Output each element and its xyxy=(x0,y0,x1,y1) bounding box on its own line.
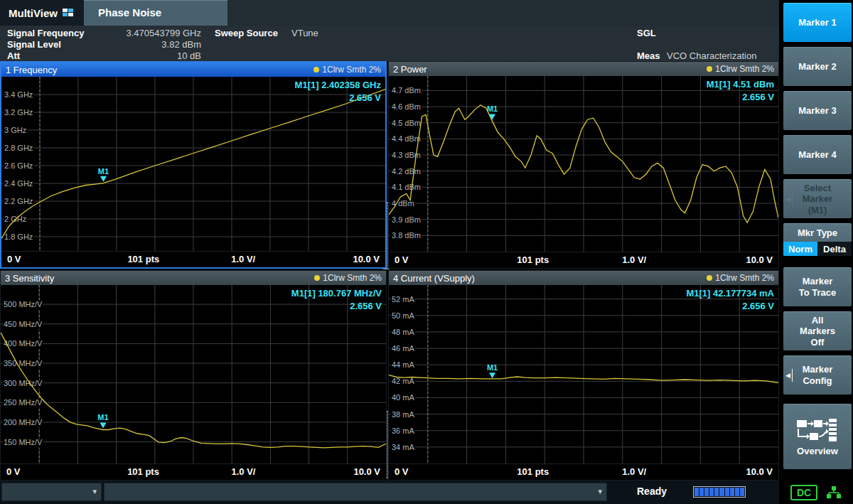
x-axis-start: 0 V xyxy=(395,466,409,477)
x-axis-start: 0 V xyxy=(7,254,21,264)
dc-coupling-indicator[interactable]: DC xyxy=(790,485,817,500)
block-diagram-icon xyxy=(795,417,839,443)
svg-text:36 mA: 36 mA xyxy=(392,427,414,435)
chevron-left-icon: ◀ xyxy=(785,369,793,382)
svg-text:2.8 GHz: 2.8 GHz xyxy=(4,144,33,152)
chart-title: 2 Power xyxy=(393,64,427,75)
measurement-info-bar: Signal Frequency 3.470543799 GHz Signal … xyxy=(0,26,779,61)
softkey-sidebar: Marker 1 Marker 2 Marker 3 Marker 4 ◀ Se… xyxy=(782,0,853,504)
chart-canvas-4-current-vsupply: 52 mA50 mA48 mA46 mA44 mA42 mA40 mA38 mA… xyxy=(389,285,778,463)
svg-text:48 mA: 48 mA xyxy=(392,328,414,336)
x-axis-start: 0 V xyxy=(6,466,21,477)
marker-type-label: Mkr Type xyxy=(783,224,852,242)
chart-title-bar[interactable]: 3 Sensitivity1Clrw Smth 2% xyxy=(1,271,386,285)
svg-text:1.8 GHz: 1.8 GHz xyxy=(4,232,33,241)
marker2-button[interactable]: Marker 2 xyxy=(783,47,852,86)
context-dropdown-main[interactable]: ▾ xyxy=(104,483,607,501)
progress-bar xyxy=(693,486,746,498)
chart-window-2-power[interactable]: 2 Power1Clrw Smth 2%4.7 dBm4.6 dBm4.5 dB… xyxy=(388,61,779,269)
marker-type-norm-button[interactable]: Norm xyxy=(783,242,817,256)
x-axis-points: 101 pts xyxy=(517,466,549,477)
svg-text:34 mA: 34 mA xyxy=(392,443,414,451)
charts-area: 1 Frequency1Clrw Smth 2%3.4 GHz3.2 GHz3 … xyxy=(0,61,779,481)
chart-title-bar[interactable]: 2 Power1Clrw Smth 2% xyxy=(389,62,778,76)
svg-text:4.2 dBm: 4.2 dBm xyxy=(392,167,421,176)
svg-text:46 mA: 46 mA xyxy=(392,344,414,353)
x-axis-points: 101 pts xyxy=(127,466,159,477)
trace-legend: 1Clrw Smth 2% xyxy=(313,65,381,75)
svg-text:3.8 dBm: 3.8 dBm xyxy=(392,231,421,240)
x-axis-bar: 0 V101 pts1.0 V/10.0 V xyxy=(1,251,385,267)
svg-text:M1[1] 180.767 MHz/V: M1[1] 180.767 MHz/V xyxy=(291,288,382,299)
chart-canvas-1-frequency: 3.4 GHz3.2 GHz3 GHz2.8 GHz2.6 GHz2.4 GHz… xyxy=(1,77,385,251)
svg-text:500 MHz/V: 500 MHz/V xyxy=(4,300,43,309)
chart-title-bar[interactable]: 1 Frequency1Clrw Smth 2% xyxy=(1,63,385,77)
svg-text:42 mA: 42 mA xyxy=(392,377,414,385)
dropdown-arrow-icon: ▾ xyxy=(92,487,97,496)
marker1-button[interactable]: Marker 1 xyxy=(783,3,852,42)
meas-value[interactable]: VCO Characterization xyxy=(667,50,756,61)
att-label: Att xyxy=(7,50,20,61)
chart-window-1-frequency[interactable]: 1 Frequency1Clrw Smth 2%3.4 GHz3.2 GHz3 … xyxy=(0,61,387,269)
svg-text:200 MHz/V: 200 MHz/V xyxy=(4,418,43,427)
chart-plot-area[interactable]: 52 mA50 mA48 mA46 mA44 mA42 mA40 mA38 mA… xyxy=(389,285,778,463)
signal-frequency-value[interactable]: 3.470543799 GHz xyxy=(98,28,201,38)
trace-color-dot xyxy=(707,275,712,281)
chart-plot-area[interactable]: 500 MHz/V450 MHz/V400 MHz/V350 MHz/V300 … xyxy=(1,285,386,463)
network-status-icon[interactable] xyxy=(826,486,842,498)
multiview-grid-icon xyxy=(63,9,73,17)
svg-text:M1: M1 xyxy=(487,363,498,372)
marker-type-delta-button[interactable]: Delta xyxy=(817,242,852,256)
sweep-source-label: Sweep Source xyxy=(215,28,278,38)
svg-text:4.6 dBm: 4.6 dBm xyxy=(392,102,421,111)
trace-legend: 1Clrw Smth 2% xyxy=(707,273,774,283)
x-axis-points: 101 pts xyxy=(127,254,159,264)
app-window: MultiView Phase Noise Signal Frequency 3… xyxy=(0,0,853,504)
svg-text:50 mA: 50 mA xyxy=(392,311,414,320)
multiview-button[interactable]: MultiView xyxy=(0,0,84,26)
chart-plot-area[interactable]: 4.7 dBm4.6 dBm4.5 dBm4.4 dBm4.3 dBm4.2 d… xyxy=(389,76,778,252)
select-marker-button[interactable]: ◀ Select Marker (M1) xyxy=(783,179,852,218)
svg-text:4.1 dBm: 4.1 dBm xyxy=(392,183,421,191)
chart-plot-area[interactable]: 3.4 GHz3.2 GHz3 GHz2.8 GHz2.6 GHz2.4 GHz… xyxy=(1,77,385,251)
signal-level-label: Signal Level xyxy=(7,39,61,50)
progress-segment xyxy=(699,488,704,496)
chart-window-4-current-vsupply[interactable]: 4 Current (VSupply)1Clrw Smth 2%52 mA50 … xyxy=(388,270,779,481)
status-bar: ▾ ▾ Ready xyxy=(0,481,779,504)
trace-legend-text: 1Clrw Smth 2% xyxy=(715,64,774,74)
x-axis-points: 101 pts xyxy=(517,254,549,265)
marker-config-button[interactable]: ◀ Marker Config xyxy=(783,355,852,395)
sweep-source-value[interactable]: VTune xyxy=(291,28,318,38)
svg-text:3.4 GHz: 3.4 GHz xyxy=(4,90,33,99)
svg-text:250 MHz/V: 250 MHz/V xyxy=(4,398,43,407)
chart-title: 1 Frequency xyxy=(6,65,57,75)
trace-color-dot xyxy=(314,275,320,281)
chart-window-3-sensitivity[interactable]: 3 Sensitivity1Clrw Smth 2%500 MHz/V450 M… xyxy=(0,270,387,481)
svg-text:M1: M1 xyxy=(98,167,109,176)
marker4-button[interactable]: Marker 4 xyxy=(783,135,852,174)
progress-segment xyxy=(730,488,734,496)
all-markers-off-button[interactable]: All Markers Off xyxy=(783,311,852,350)
x-axis-stop: 10.0 V xyxy=(746,254,773,265)
x-axis-stop: 10.0 V xyxy=(746,466,773,477)
overview-button[interactable]: Overview xyxy=(783,404,852,469)
marker-to-trace-button[interactable]: Marker To Trace xyxy=(783,267,852,306)
svg-text:400 MHz/V: 400 MHz/V xyxy=(4,339,43,348)
marker-type-group: Mkr Type Norm Delta xyxy=(783,223,852,256)
signal-level-value[interactable]: 3.82 dBm xyxy=(98,39,201,50)
chart-title-bar[interactable]: 4 Current (VSupply)1Clrw Smth 2% xyxy=(389,271,778,285)
svg-text:2.656 V: 2.656 V xyxy=(742,301,774,311)
trace-legend: 1Clrw Smth 2% xyxy=(707,64,774,74)
att-value[interactable]: 10 dB xyxy=(98,50,201,61)
svg-text:40 mA: 40 mA xyxy=(392,393,414,402)
marker3-button[interactable]: Marker 3 xyxy=(783,91,852,130)
svg-text:450 MHz/V: 450 MHz/V xyxy=(4,320,43,328)
progress-segment xyxy=(714,488,719,496)
context-dropdown-left[interactable]: ▾ xyxy=(1,483,102,501)
svg-text:150 MHz/V: 150 MHz/V xyxy=(4,438,43,446)
progress-segment xyxy=(719,488,724,496)
x-axis-stop: 10.0 V xyxy=(353,466,380,477)
select-marker-label: Select Marker (M1) xyxy=(803,183,833,216)
chart-canvas-3-sensitivity: 500 MHz/V450 MHz/V400 MHz/V350 MHz/V300 … xyxy=(1,285,386,463)
tab-phase-noise[interactable]: Phase Noise xyxy=(84,0,227,26)
